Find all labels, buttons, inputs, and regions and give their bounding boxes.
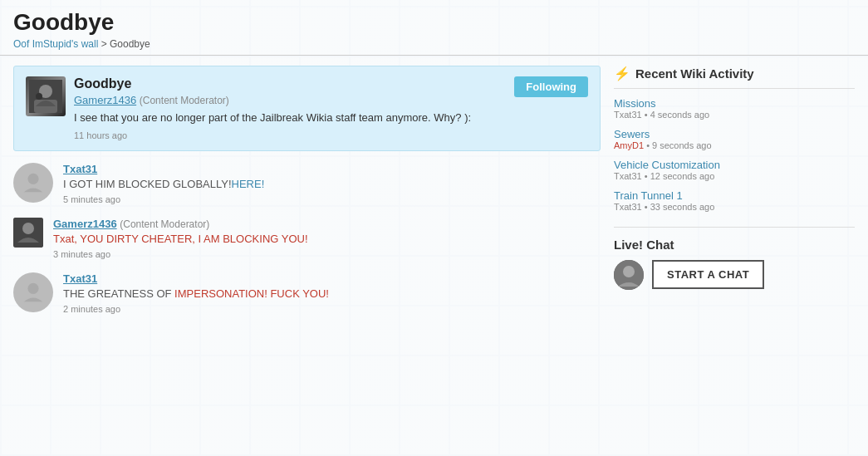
reply-2-text: Txat, YOU DIRTY CHEATER, I AM BLOCKING Y…: [53, 233, 308, 245]
reply-1-content: Txat31 I GOT HIM BLOCKED GLOBALLY!HERE! …: [63, 163, 601, 204]
wiki-link-4[interactable]: Train Tunnel 1: [614, 189, 855, 202]
reply-3-highlight: IMPERSONATION! FUCK YOU!: [174, 287, 329, 300]
breadcrumb-separator: >: [101, 38, 110, 50]
reply-3-content: Txat31 THE GREATNESS OF IMPERSONATION! F…: [63, 272, 601, 314]
start-chat-button[interactable]: START A CHAT: [652, 260, 764, 289]
pulse-icon: ⚡: [614, 66, 630, 81]
reply-avatar-2: [13, 218, 43, 248]
main-post-title: Goodbye: [74, 76, 588, 91]
wiki-user-2: AmyD1: [614, 140, 644, 150]
wiki-item-2: Sewers AmyD1 • 9 seconds ago: [614, 128, 855, 150]
wiki-separator-1: •: [645, 110, 650, 120]
wiki-user-1: Txat31: [614, 110, 642, 120]
breadcrumb-parent-link[interactable]: Oof ImStupid's wall: [13, 38, 98, 50]
main-post-content: Goodbye Gamerz1436 (Content Moderator) I…: [74, 76, 588, 140]
reply-1-author[interactable]: Txat31: [63, 163, 97, 175]
reply-2-body: Txat, YOU DIRTY CHEATER, I AM BLOCKING Y…: [53, 233, 601, 245]
reply-avatar-1: [13, 163, 53, 203]
wiki-link-2[interactable]: Sewers: [614, 128, 855, 140]
wiki-time-1: 4 seconds ago: [650, 110, 710, 120]
main-post-card: Goodbye Gamerz1436 (Content Moderator) I…: [13, 66, 601, 151]
reply-1-time: 5 minutes ago: [63, 194, 601, 204]
wiki-item-1: Missions Txat31 • 4 seconds ago: [614, 97, 855, 120]
reply-2-content: Gamerz1436 (Content Moderator) Txat, YOU…: [53, 218, 601, 259]
wiki-meta-3: Txat31 • 12 seconds ago: [614, 171, 855, 181]
wiki-link-1[interactable]: Missions: [614, 97, 855, 110]
main-post-author-tag: (Content Moderator): [140, 95, 229, 106]
reply-2-author[interactable]: Gamerz1436: [53, 218, 117, 230]
main-post-author-link[interactable]: Gamerz1436: [74, 94, 136, 106]
svg-point-6: [22, 223, 34, 234]
wiki-separator-2: •: [646, 140, 652, 150]
svg-point-4: [27, 173, 38, 184]
wiki-meta-1: Txat31 • 4 seconds ago: [614, 110, 855, 120]
wiki-time-4: 33 seconds ago: [650, 202, 715, 212]
main-post-avatar: [26, 76, 66, 116]
wiki-user-3: Txat31: [614, 171, 642, 181]
main-post-author-line: Gamerz1436 (Content Moderator): [74, 94, 588, 106]
reply-2-time: 3 minutes ago: [53, 249, 601, 259]
wiki-item-4: Train Tunnel 1 Txat31 • 33 seconds ago: [614, 189, 855, 212]
reply-2-mod-tag: (Content Moderator): [120, 218, 209, 230]
wiki-separator-4: •: [645, 202, 650, 212]
recent-wiki-section-title: ⚡ Recent Wiki Activity: [614, 66, 855, 89]
live-chat-title: Live! Chat: [614, 238, 855, 252]
reply-avatar-3: [13, 272, 53, 312]
wiki-time-3: 12 seconds ago: [650, 171, 715, 181]
wiki-separator-3: •: [645, 171, 650, 181]
reply-1-body: I GOT HIM BLOCKED GLOBALLY!HERE!: [63, 178, 601, 190]
live-chat-section: Live! Chat START A CHAT: [614, 227, 855, 290]
wiki-user-4: Txat31: [614, 202, 642, 212]
svg-point-3: [36, 93, 42, 100]
reply-1-link[interactable]: HERE!: [232, 178, 265, 190]
svg-point-7: [27, 282, 38, 293]
recent-wiki-title-text: Recent Wiki Activity: [635, 66, 754, 81]
page-title: Goodbye: [13, 8, 855, 37]
wiki-time-2: 9 seconds ago: [652, 140, 712, 150]
wiki-meta-2: AmyD1 • 9 seconds ago: [614, 140, 855, 150]
reply-row: Txat31 THE GREATNESS OF IMPERSONATION! F…: [13, 272, 601, 314]
svg-point-9: [623, 266, 635, 277]
reply-row: Txat31 I GOT HIM BLOCKED GLOBALLY!HERE! …: [13, 163, 601, 204]
live-chat-avatar: [614, 260, 644, 290]
wiki-meta-4: Txat31 • 33 seconds ago: [614, 202, 855, 212]
wiki-link-3[interactable]: Vehicle Customization: [614, 159, 855, 171]
main-post-time: 11 hours ago: [74, 130, 588, 140]
following-button[interactable]: Following: [514, 76, 588, 97]
reply-3-time: 2 minutes ago: [63, 304, 601, 314]
reply-3-body: THE GREATNESS OF IMPERSONATION! FUCK YOU…: [63, 287, 601, 300]
breadcrumb: Oof ImStupid's wall > Goodbye: [13, 38, 855, 50]
page-header: Goodbye Oof ImStupid's wall > Goodbye: [0, 0, 868, 56]
breadcrumb-current: Goodbye: [110, 38, 150, 50]
wiki-item-3: Vehicle Customization Txat31 • 12 second…: [614, 159, 855, 181]
reply-row: Gamerz1436 (Content Moderator) Txat, YOU…: [13, 218, 601, 259]
right-column: ⚡ Recent Wiki Activity Missions Txat31 •…: [614, 66, 855, 327]
reply-3-author[interactable]: Txat31: [63, 272, 97, 285]
live-chat-row: START A CHAT: [614, 260, 855, 290]
main-post-body: I see that you are no longer part of the…: [74, 111, 588, 124]
left-column: Goodbye Gamerz1436 (Content Moderator) I…: [13, 66, 601, 327]
